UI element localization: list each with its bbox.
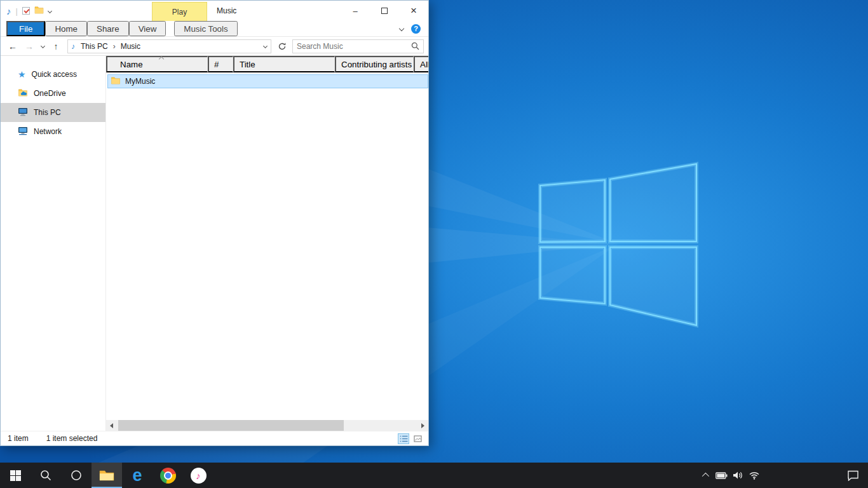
status-bar: 1 item 1 item selected [1,431,428,445]
sidebar-item-quick-access[interactable]: ★ Quick access [1,65,105,84]
scrollbar-thumb[interactable] [118,420,344,431]
start-button[interactable] [0,463,31,488]
file-row-mymusic[interactable]: MyMusic [107,74,428,88]
search-box [292,39,424,53]
maximize-icon [381,8,388,14]
cortana-icon [71,470,82,481]
column-header-album[interactable]: Alb [414,56,428,72]
scroll-right-arrow-icon[interactable] [417,420,428,431]
taskbar-search-icon [40,470,51,481]
taskbar-search-button[interactable] [31,463,61,488]
sidebar-item-onedrive[interactable]: OneDrive [1,84,105,103]
sidebar-item-label: OneDrive [34,89,66,98]
back-button[interactable]: ← [5,39,20,54]
sidebar-item-label: Quick access [32,70,77,79]
expand-ribbon-chevron-icon[interactable] [399,26,404,31]
this-pc-icon [18,107,28,118]
file-explorer-icon [99,470,114,482]
column-header-number[interactable]: # [208,56,233,72]
edge-browser-button[interactable]: e [122,463,153,488]
column-header-name[interactable]: Name [106,56,208,72]
window-body: ★ Quick access OneDrive This PC Network [1,56,428,431]
show-hidden-icons-button[interactable] [696,463,713,488]
sidebar-item-label: This PC [34,108,61,117]
navigation-bar: ← → ↑ ♪ This PC › Music [1,37,428,56]
scrollbar-track[interactable] [117,420,417,431]
refresh-button[interactable] [275,39,289,54]
search-input[interactable] [293,42,411,51]
address-bar[interactable]: ♪ This PC › Music [67,39,271,53]
large-icons-view-button[interactable] [412,433,423,444]
window-title: Music [217,1,236,21]
chrome-icon [160,468,176,484]
file-explorer-window: ♪ | Play Music – × File Home Share View … [0,0,429,446]
taskbar-clock-area [763,463,837,488]
tab-file[interactable]: File [6,21,45,36]
itunes-icon: ♪ [191,468,207,484]
speaker-icon [733,471,743,480]
volume-tray-button[interactable] [729,463,746,488]
close-button[interactable]: × [399,1,428,21]
column-header-contributing-artists[interactable]: Contributing artists [335,56,414,72]
edge-icon: e [132,467,142,484]
maximize-button[interactable] [370,1,399,21]
item-count: 1 item [8,434,29,443]
scroll-left-arrow-icon[interactable] [106,420,117,431]
taskbar-file-explorer-button[interactable] [92,463,122,488]
tab-share[interactable]: Share [87,21,129,36]
view-toggles [398,433,423,444]
windows-start-icon [10,470,21,481]
breadcrumb-this-pc[interactable]: This PC [76,40,112,53]
tab-row-spacer [238,21,400,36]
network-tray-button[interactable] [746,463,763,488]
action-center-button[interactable] [837,463,868,488]
folder-icon [111,76,121,86]
onedrive-icon [18,88,28,98]
chevron-up-icon [702,473,709,480]
details-view-button[interactable] [398,433,409,444]
network-icon [18,126,28,137]
ribbon-right-controls: ? [400,21,421,36]
app-music-note-icon: ♪ [6,6,11,16]
qat-separator: | [16,6,18,16]
sidebar-item-this-pc[interactable]: This PC [1,103,105,122]
tab-view[interactable]: View [129,21,166,36]
breadcrumb-music[interactable]: Music [116,40,145,53]
horizontal-scrollbar[interactable] [106,420,428,431]
contextual-tab-group-play[interactable]: Play [152,2,207,21]
search-icon[interactable] [411,42,419,50]
quick-access-toolbar: ♪ | [6,6,51,16]
address-dropdown-chevron-icon[interactable] [259,40,271,53]
cortana-button[interactable] [61,463,92,488]
chrome-browser-button[interactable] [153,463,183,488]
action-center-icon [847,470,859,481]
recent-locations-chevron-icon[interactable] [38,44,47,48]
file-list: MyMusic [106,72,428,420]
title-bar: ♪ | Play Music – × [1,1,428,21]
file-name: MyMusic [125,77,155,86]
help-icon[interactable]: ? [411,24,421,34]
taskbar: e ♪ [0,463,868,488]
battery-tray-button[interactable] [713,463,729,488]
up-button[interactable]: ↑ [48,39,64,54]
forward-button[interactable]: → [22,39,37,54]
minimize-button[interactable]: – [341,1,370,21]
column-header-title[interactable]: Title [233,56,335,72]
column-headers: Name # Title Contributing artists Alb [106,56,428,72]
properties-icon[interactable] [22,7,30,15]
sidebar-item-network[interactable]: Network [1,122,105,141]
file-list-pane: Name # Title Contributing artists Alb My… [106,56,428,431]
customize-toolbar-chevron-icon[interactable] [48,8,52,13]
tab-music-tools[interactable]: Music Tools [174,21,237,36]
caption-buttons: – × [341,1,428,21]
new-folder-icon[interactable] [34,6,44,16]
address-music-note-icon: ♪ [71,42,75,51]
sidebar-item-label: Network [34,127,62,136]
itunes-button[interactable]: ♪ [183,463,214,488]
quick-access-star-icon: ★ [18,70,26,79]
ribbon-tab-row: File Home Share View Music Tools ? [1,21,428,37]
battery-icon [715,472,728,479]
tab-home[interactable]: Home [45,21,87,36]
navigation-pane: ★ Quick access OneDrive This PC Network [1,56,106,431]
selection-count: 1 item selected [46,434,98,443]
